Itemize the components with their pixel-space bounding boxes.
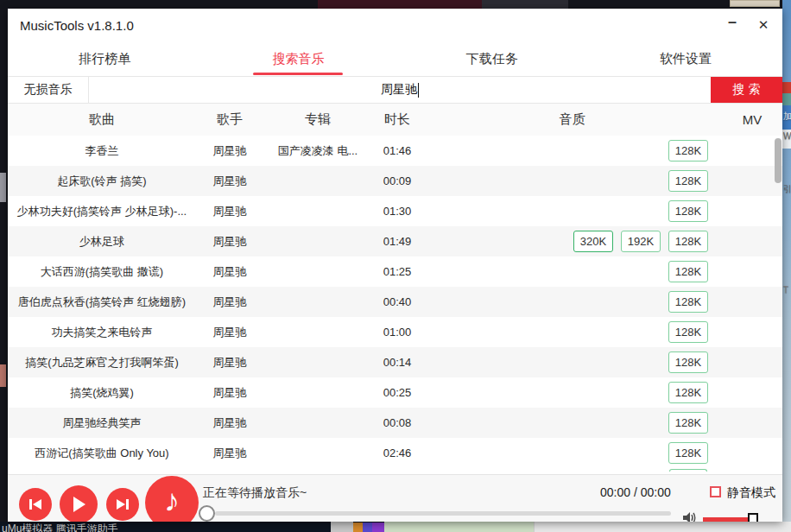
mute-checkbox[interactable]: [710, 486, 721, 497]
progress-track[interactable]: [215, 511, 671, 516]
tab-search-music[interactable]: 搜索音乐: [201, 41, 395, 76]
quality-download-button[interactable]: 128K: [668, 231, 708, 252]
minimize-button[interactable]: –: [717, 9, 748, 41]
quality-cell: 320K192K128K: [422, 231, 722, 252]
table-row[interactable]: 李香兰周星驰国产凌凌漆 电...01:46128K: [8, 136, 782, 166]
header-song: 歌曲: [8, 111, 196, 128]
scrollbar-thumb[interactable]: [775, 138, 782, 183]
table-row[interactable]: 西游记(搞笑歌曲 Only You)周星驰02:46128K: [8, 438, 782, 468]
quality-download-button[interactable]: 128K: [668, 291, 708, 313]
artist-name: 周星驰: [196, 234, 263, 250]
quality-cell: 128K: [422, 382, 722, 403]
desktop-icon-label: T: [783, 285, 791, 294]
search-query-text: 周星驰: [381, 82, 417, 98]
header-artist: 歌手: [196, 111, 263, 128]
song-title: 大话西游(搞笑歌曲 撒谎): [8, 264, 196, 280]
source-select[interactable]: 无损音乐: [8, 77, 89, 103]
table-row[interactable]: 少林足球周星驰01:49320K192K128K: [8, 226, 782, 256]
song-title: 功夫搞笑之来电铃声: [8, 325, 196, 340]
table-row[interactable]: 搞笑(烧鸡翼)周星驰00:25128K: [8, 377, 782, 408]
song-title: 周星驰经典笑声: [8, 415, 196, 431]
progress-handle[interactable]: [199, 505, 215, 522]
quality-download-button[interactable]: 128K: [668, 321, 708, 343]
song-title: 少林足球: [8, 234, 196, 250]
duration: 01:46: [372, 144, 422, 157]
player-status-text: 正在等待播放音乐~: [203, 485, 307, 501]
skip-previous-icon: [28, 498, 42, 510]
duration: 00:40: [372, 295, 422, 308]
quality-cell: 128K: [422, 412, 722, 434]
duration: 01:49: [372, 235, 422, 248]
album-name: 国产凌凌漆 电...: [263, 143, 372, 159]
taskbar: uMu模拟器 腾讯手游助手: [0, 522, 791, 532]
volume-handle[interactable]: [748, 513, 758, 522]
duration: 00:08: [372, 416, 422, 429]
player-bar: ♪ 正在等待播放音乐~ 00:00 / 00:00 静音模式: [8, 474, 782, 522]
search-input[interactable]: 周星驰: [89, 77, 711, 103]
desktop-fragment: [782, 82, 791, 93]
quality-button-sliver: [669, 469, 707, 472]
artist-name: 周星驰: [196, 294, 263, 310]
table-row[interactable]: 周星驰经典笑声周星驰00:08128K: [8, 408, 782, 438]
header-album: 专辑: [263, 111, 372, 128]
table-header: 歌曲 歌手 专辑 时长 音质 MV: [8, 104, 782, 136]
desktop-fragment: [318, 0, 482, 9]
desktop-icon-fragment: [0, 173, 6, 202]
song-title: 少林功夫好(搞笑铃声 少林足球)-...: [8, 204, 196, 219]
quality-download-button[interactable]: 128K: [668, 261, 708, 282]
quality-download-button[interactable]: 128K: [668, 412, 708, 434]
mute-label: 静音模式: [727, 485, 775, 501]
volume-icon[interactable]: [683, 511, 698, 522]
artist-name: 周星驰: [196, 264, 263, 280]
desktop-top-strip: [0, 0, 791, 9]
next-track-button[interactable]: [106, 488, 139, 521]
close-button[interactable]: ✕: [748, 12, 779, 38]
desktop-icon-fragment: [0, 364, 6, 387]
taskbar-fragment: [534, 522, 791, 532]
desktop-fragment: [482, 0, 568, 9]
quality-download-button[interactable]: 128K: [668, 170, 708, 192]
previous-track-button[interactable]: [19, 488, 52, 521]
quality-cell: 128K: [422, 170, 722, 192]
artist-name: 周星驰: [196, 204, 263, 219]
search-button[interactable]: 搜 索: [711, 77, 782, 103]
window-title: MusicTools v1.8.1.0: [20, 18, 134, 33]
desktop-left-strip: [0, 9, 8, 532]
artist-name: 周星驰: [196, 325, 263, 340]
quality-download-button[interactable]: 320K: [573, 231, 613, 252]
quality-download-button[interactable]: 128K: [668, 200, 708, 222]
table-row[interactable]: 唐伯虎点秋香(搞笑铃声 红烧翅膀)周星驰00:40128K: [8, 287, 782, 317]
song-title: 起床歌(铃声 搞笑): [8, 174, 196, 189]
tab-download-tasks[interactable]: 下载任务: [396, 41, 589, 76]
quality-download-button[interactable]: 128K: [668, 442, 708, 464]
album-disc-button[interactable]: ♪: [145, 476, 199, 522]
quality-download-button[interactable]: 128K: [668, 140, 708, 162]
music-note-icon: ♪: [164, 485, 180, 516]
skip-next-icon: [116, 498, 130, 510]
taskbar-fragment: [331, 522, 353, 532]
quality-cell: 128K: [422, 140, 722, 162]
taskbar-fragment: [384, 522, 534, 532]
play-icon: [72, 497, 85, 512]
quality-cell: 128K: [422, 352, 722, 373]
table-row[interactable]: 功夫搞笑之来电铃声周星驰01:00128K: [8, 317, 782, 347]
artist-name: 周星驰: [196, 415, 263, 431]
quality-download-button[interactable]: 192K: [621, 231, 661, 252]
quality-cell: 128K: [422, 261, 722, 282]
play-button[interactable]: [60, 485, 98, 522]
table-row[interactable]: 少林功夫好(搞笑铃声 少林足球)-...周星驰01:30128K: [8, 196, 782, 226]
duration: 00:14: [372, 356, 422, 369]
quality-download-button[interactable]: 128K: [668, 382, 708, 403]
tab-settings[interactable]: 软件设置: [589, 41, 782, 76]
tab-ranking[interactable]: 排行榜单: [8, 41, 201, 76]
table-row[interactable]: 搞笑(九品芝麻官之打我啊笨蛋)周星驰00:14128K: [8, 347, 782, 377]
header-quality: 音质: [422, 111, 722, 128]
table-row[interactable]: 大话西游(搞笑歌曲 撒谎)周星驰01:25128K: [8, 256, 782, 287]
quality-download-button[interactable]: 128K: [668, 352, 708, 373]
song-title: 李香兰: [8, 143, 196, 159]
table-row[interactable]: 起床歌(铃声 搞笑)周星驰00:09128K: [8, 166, 782, 196]
header-mv: MV: [722, 112, 782, 127]
search-bar: 无损音乐 周星驰 搜 索: [8, 76, 782, 104]
duration: 01:25: [372, 265, 422, 278]
desktop-right-strip: 加 W 引 T: [782, 0, 791, 532]
